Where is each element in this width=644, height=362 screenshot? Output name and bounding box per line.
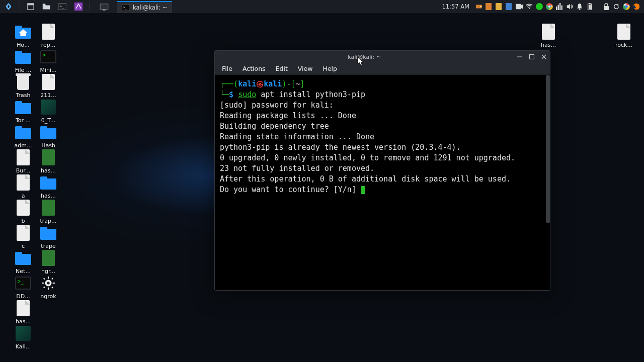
svg-rect-37 <box>53 283 55 284</box>
svg-rect-14 <box>506 3 512 10</box>
desktop-icon[interactable]: rock... <box>612 23 636 48</box>
taskbar-divider <box>90 3 90 11</box>
desktop-icon[interactable]: has... <box>36 173 60 199</box>
hdd-icon[interactable] <box>475 3 482 10</box>
folder-icon <box>39 123 57 141</box>
terminal-title: kali@kali: ~ <box>215 54 514 60</box>
svg-rect-23 <box>559 3 560 10</box>
svg-rect-40 <box>43 287 45 289</box>
desktop-icon[interactable]: File ... <box>11 48 35 73</box>
svg-rect-6 <box>100 4 108 9</box>
show-desktop-button[interactable] <box>25 0 37 13</box>
desktop-icon[interactable]: ngrok <box>36 274 60 300</box>
pic-icon <box>39 98 57 116</box>
svg-rect-1 <box>28 4 34 6</box>
desktop-icon[interactable]: 0_T... <box>36 98 60 124</box>
svg-rect-29 <box>604 6 609 10</box>
terminal-titlebar[interactable]: kali@kali: ~ <box>215 51 550 63</box>
chrome-icon[interactable] <box>546 3 553 10</box>
file-icon <box>14 173 32 192</box>
desktop-icon[interactable]: Ho... <box>11 23 35 48</box>
minimize-button[interactable] <box>514 51 526 63</box>
desktop-icon[interactable]: DD... <box>11 274 35 300</box>
desktop-icon[interactable]: Mini... <box>36 48 60 73</box>
gear-icon <box>39 274 57 292</box>
desktop-icon-label: Kali... <box>16 343 31 350</box>
document-icon[interactable] <box>486 3 493 10</box>
taskbar-window-label: kali@kali: ~ <box>133 4 167 11</box>
desktop-icon[interactable]: rep... <box>36 23 60 48</box>
desktop-icon[interactable]: Tor ... <box>11 98 35 124</box>
desktop-icon[interactable]: Bur... <box>11 148 35 174</box>
svg-rect-7 <box>103 9 105 11</box>
firefox-icon[interactable] <box>633 3 640 10</box>
speaker-icon[interactable] <box>566 3 573 10</box>
menu-help[interactable]: Help <box>318 64 341 73</box>
desktop-icon[interactable]: Net... <box>11 249 35 275</box>
scrollbar-thumb[interactable] <box>546 75 550 223</box>
svg-rect-15 <box>516 4 521 10</box>
svg-point-20 <box>548 6 550 8</box>
desktop-icon[interactable]: b <box>11 199 35 224</box>
maximize-button[interactable] <box>526 51 538 63</box>
desktop-icon[interactable]: has... <box>11 299 35 325</box>
battery-icon[interactable] <box>586 3 593 10</box>
desktop-icon-label: rock... <box>615 42 632 48</box>
bell-icon[interactable] <box>576 3 583 10</box>
desktop-icon[interactable]: Hash <box>36 123 60 149</box>
app-menu-button[interactable] <box>2 0 15 13</box>
close-button[interactable] <box>538 51 550 63</box>
menu-actions[interactable]: Actions <box>238 64 270 73</box>
taskbar-divider <box>20 3 20 11</box>
desktop-icon[interactable]: has... <box>36 148 60 174</box>
desktop-icon[interactable]: trape <box>36 224 60 249</box>
terminal-body[interactable]: ┌──(kali㉿kali)-[~]└─$ sudo apt install p… <box>215 75 550 290</box>
svg-rect-38 <box>43 278 45 280</box>
desktop-icon[interactable]: 211... <box>36 73 60 99</box>
refresh-icon[interactable] <box>613 3 620 10</box>
file-manager-launcher[interactable] <box>40 0 53 13</box>
clock[interactable]: 11:57 AM <box>442 3 469 10</box>
svg-rect-35 <box>48 288 49 290</box>
taskbar-window-terminal[interactable]: >_ kali@kali: ~ <box>117 1 172 13</box>
term-icon <box>14 274 32 292</box>
folder-icon <box>14 249 32 267</box>
desktop-icon[interactable]: ngr... <box>36 249 60 275</box>
folder-icon <box>39 224 57 242</box>
lock-icon[interactable] <box>603 3 610 10</box>
desktop-icon[interactable]: Trash <box>11 73 35 99</box>
svg-rect-22 <box>558 5 559 11</box>
taskbar-window-monitor[interactable] <box>95 1 114 13</box>
svg-rect-28 <box>589 5 591 10</box>
desktop-icon[interactable]: c <box>11 224 35 249</box>
svg-point-42 <box>47 282 49 284</box>
menu-file[interactable]: File <box>218 64 236 73</box>
folder-icon <box>14 123 32 141</box>
terminal-scrollbar[interactable] <box>546 75 550 290</box>
desktop-icon[interactable]: adm... <box>11 123 35 149</box>
kali-tools-launcher[interactable] <box>72 0 85 13</box>
document-icon[interactable] <box>496 3 503 10</box>
desktop-icon[interactable]: has... <box>536 23 560 48</box>
menu-view[interactable]: View <box>294 64 317 73</box>
terminal-launcher[interactable]: >_ <box>56 0 69 13</box>
sound-equalizer-icon[interactable] <box>556 3 563 10</box>
status-dot-icon[interactable] <box>536 3 543 10</box>
chrome-icon[interactable] <box>623 3 630 10</box>
desktop-icon[interactable]: trap... <box>36 199 60 224</box>
svg-point-11 <box>480 6 481 7</box>
trash-icon <box>14 73 32 91</box>
menu-edit[interactable]: Edit <box>272 64 292 73</box>
arch-icon <box>39 148 57 166</box>
document-icon[interactable] <box>506 3 513 10</box>
wifi-icon[interactable] <box>526 3 533 10</box>
svg-point-16 <box>529 8 530 9</box>
folder-icon <box>14 98 32 116</box>
camera-icon[interactable] <box>516 3 523 10</box>
file-icon <box>615 23 633 41</box>
desktop-icon[interactable]: a <box>11 173 35 199</box>
svg-point-25 <box>579 9 581 10</box>
desktop-icon[interactable]: Kali... <box>11 324 35 350</box>
svg-point-31 <box>625 5 628 8</box>
svg-rect-13 <box>496 3 502 10</box>
